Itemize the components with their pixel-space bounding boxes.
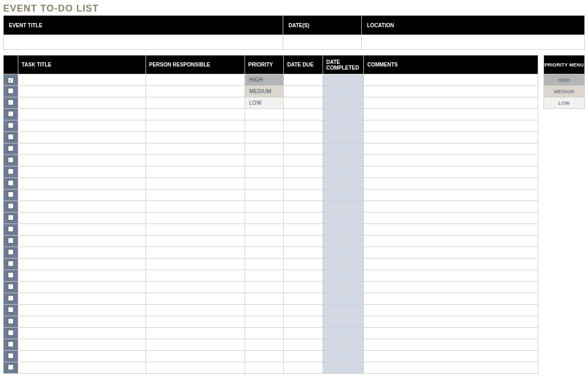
date-completed-cell[interactable] (323, 86, 364, 97)
row-check-cell[interactable] (4, 132, 18, 143)
priority-cell[interactable]: LOW (245, 97, 283, 109)
date-due-cell[interactable] (284, 328, 323, 339)
priority-cell[interactable] (245, 143, 283, 155)
task-title-cell[interactable] (18, 305, 146, 316)
row-check-cell[interactable] (4, 339, 18, 351)
priority-cell[interactable] (245, 259, 283, 270)
date-completed-cell[interactable] (323, 247, 364, 259)
row-check-cell[interactable] (4, 270, 18, 282)
comments-cell[interactable] (364, 97, 538, 109)
person-cell[interactable] (146, 155, 245, 166)
checkbox-icon[interactable] (8, 169, 14, 174)
checkbox-icon[interactable] (8, 284, 14, 289)
priority-cell[interactable] (245, 109, 283, 120)
task-title-cell[interactable] (18, 86, 146, 97)
date-due-cell[interactable] (284, 305, 323, 316)
row-check-cell[interactable]: ✓ (4, 74, 18, 86)
row-check-cell[interactable] (4, 120, 18, 132)
date-due-cell[interactable] (284, 178, 323, 190)
task-title-cell[interactable] (18, 328, 146, 339)
comments-cell[interactable] (364, 143, 538, 155)
task-title-cell[interactable] (18, 109, 146, 120)
date-completed-cell[interactable] (323, 132, 364, 143)
person-cell[interactable] (146, 259, 245, 270)
checkbox-icon[interactable]: ✓ (8, 77, 14, 83)
date-completed-cell[interactable] (323, 362, 364, 374)
checkbox-icon[interactable] (8, 295, 14, 301)
comments-cell[interactable] (364, 362, 538, 374)
checkbox-icon[interactable] (8, 261, 14, 266)
location-input[interactable] (362, 35, 585, 50)
row-check-cell[interactable] (4, 86, 18, 97)
date-due-cell[interactable] (284, 282, 323, 293)
date-completed-cell[interactable] (323, 293, 364, 305)
date-completed-cell[interactable] (323, 190, 364, 201)
row-check-cell[interactable] (4, 259, 18, 270)
person-cell[interactable] (146, 328, 245, 339)
checkbox-icon[interactable] (8, 99, 14, 105)
date-completed-cell[interactable] (323, 270, 364, 282)
person-cell[interactable] (146, 282, 245, 293)
comments-cell[interactable] (364, 259, 538, 270)
row-check-cell[interactable] (4, 224, 18, 236)
priority-cell[interactable] (245, 339, 283, 351)
date-completed-cell[interactable] (323, 143, 364, 155)
comments-cell[interactable] (364, 305, 538, 316)
comments-cell[interactable] (364, 213, 538, 224)
task-title-cell[interactable] (18, 201, 146, 213)
person-cell[interactable] (146, 362, 245, 374)
comments-cell[interactable] (364, 190, 538, 201)
person-cell[interactable] (146, 120, 245, 132)
row-check-cell[interactable] (4, 213, 18, 224)
person-cell[interactable] (146, 109, 245, 120)
comments-cell[interactable] (364, 109, 538, 120)
date-due-cell[interactable] (284, 213, 323, 224)
date-due-cell[interactable] (284, 120, 323, 132)
comments-cell[interactable] (364, 328, 538, 339)
row-check-cell[interactable] (4, 236, 18, 247)
priority-menu-medium[interactable]: MEDIUM (543, 86, 584, 97)
date-due-cell[interactable] (284, 293, 323, 305)
date-due-cell[interactable] (284, 143, 323, 155)
checkbox-icon[interactable] (8, 238, 14, 243)
date-completed-cell[interactable] (323, 328, 364, 339)
comments-cell[interactable] (364, 178, 538, 190)
date-due-cell[interactable] (284, 270, 323, 282)
comments-cell[interactable] (364, 282, 538, 293)
row-check-cell[interactable] (4, 282, 18, 293)
checkbox-icon[interactable] (8, 307, 14, 313)
comments-cell[interactable] (364, 316, 538, 328)
task-title-cell[interactable] (18, 97, 146, 109)
row-check-cell[interactable] (4, 328, 18, 339)
row-check-cell[interactable] (4, 109, 18, 120)
priority-menu-high[interactable]: HIGH (543, 74, 584, 86)
priority-cell[interactable] (245, 328, 283, 339)
priority-cell[interactable] (245, 132, 283, 143)
comments-cell[interactable] (364, 236, 538, 247)
checkbox-icon[interactable] (8, 192, 14, 197)
person-cell[interactable] (146, 213, 245, 224)
comments-cell[interactable] (364, 270, 538, 282)
date-completed-cell[interactable] (323, 339, 364, 351)
checkbox-icon[interactable] (8, 134, 14, 140)
task-title-cell[interactable] (18, 213, 146, 224)
checkbox-icon[interactable] (8, 203, 14, 209)
date-due-cell[interactable] (284, 109, 323, 120)
priority-cell[interactable] (245, 224, 283, 236)
date-completed-cell[interactable] (323, 236, 364, 247)
person-cell[interactable] (146, 224, 245, 236)
task-title-cell[interactable] (18, 178, 146, 190)
row-check-cell[interactable] (4, 351, 18, 362)
date-due-cell[interactable] (284, 190, 323, 201)
priority-cell[interactable] (245, 282, 283, 293)
date-completed-cell[interactable] (323, 282, 364, 293)
priority-cell[interactable] (245, 120, 283, 132)
priority-cell[interactable] (245, 236, 283, 247)
date-due-cell[interactable] (284, 236, 323, 247)
comments-cell[interactable] (364, 132, 538, 143)
person-cell[interactable] (146, 316, 245, 328)
checkbox-icon[interactable] (8, 146, 14, 151)
comments-cell[interactable] (364, 247, 538, 259)
task-title-cell[interactable] (18, 259, 146, 270)
date-completed-cell[interactable] (323, 201, 364, 213)
